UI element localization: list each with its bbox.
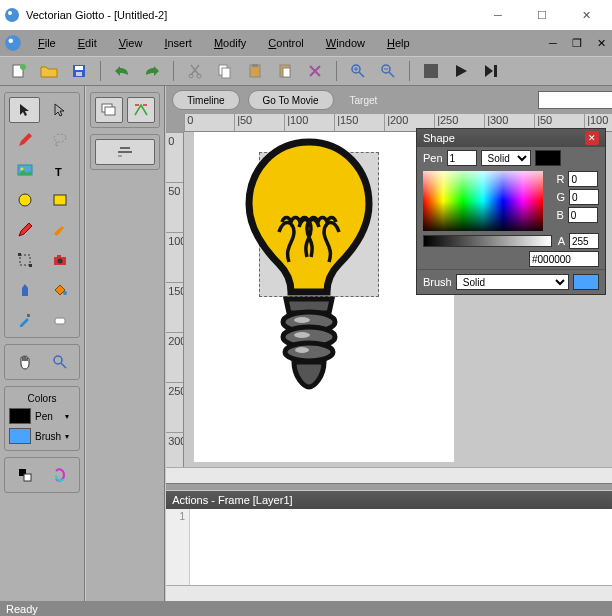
eraser-tool[interactable] [44, 307, 75, 333]
zoom-tool[interactable] [44, 349, 75, 375]
status-text: Ready [6, 603, 38, 615]
svg-point-34 [63, 291, 67, 295]
svg-point-49 [295, 347, 309, 353]
pen-swatch[interactable] [9, 408, 31, 424]
menu-window[interactable]: Window [316, 33, 375, 53]
r-input[interactable] [568, 171, 598, 187]
actions-scroll-h[interactable] [166, 585, 612, 601]
target-select[interactable] [538, 91, 612, 109]
canvas-scroll-h[interactable] [166, 467, 612, 483]
skip-button[interactable] [478, 59, 504, 83]
play-button[interactable] [448, 59, 474, 83]
chevron-down-icon[interactable]: ▾ [65, 412, 75, 421]
timeline-tab[interactable]: Timeline [172, 90, 239, 110]
subselect-tool[interactable] [44, 97, 75, 123]
gotomovie-tab[interactable]: Go To Movie [248, 90, 334, 110]
svg-point-0 [5, 8, 19, 22]
undo-button[interactable] [109, 59, 135, 83]
a-input[interactable] [569, 233, 599, 249]
swap-colors-button[interactable] [9, 462, 40, 488]
menu-insert[interactable]: Insert [154, 33, 202, 53]
minimize-button[interactable]: ─ [476, 0, 520, 30]
paste-special-button[interactable] [272, 59, 298, 83]
splitter-h[interactable] [166, 483, 612, 491]
alpha-gradient[interactable] [423, 235, 552, 247]
menu-view[interactable]: View [109, 33, 153, 53]
eyedropper-tool[interactable] [9, 307, 40, 333]
menu-control[interactable]: Control [258, 33, 313, 53]
cut-button[interactable] [182, 59, 208, 83]
oval-tool[interactable] [9, 187, 40, 213]
transform-tool[interactable] [9, 247, 40, 273]
mdi-restore-button[interactable]: ❐ [568, 34, 586, 52]
g-input[interactable] [569, 189, 599, 205]
pen-width-input[interactable] [447, 150, 477, 166]
open-button[interactable] [36, 59, 62, 83]
toolbox: T Colors Pen ▾ Brush [0, 86, 84, 601]
maximize-button[interactable]: ☐ [520, 0, 564, 30]
shape-panel[interactable]: Shape ✕ Pen Solid R G B A Brush Solid [416, 128, 606, 295]
lasso-tool[interactable] [44, 127, 75, 153]
default-colors-button[interactable] [44, 462, 75, 488]
paste-button[interactable] [242, 59, 268, 83]
menu-file[interactable]: File [28, 33, 66, 53]
hex-input[interactable] [529, 251, 599, 267]
b-input[interactable] [568, 207, 598, 223]
text-tool[interactable]: T [44, 157, 75, 183]
bulb-shape[interactable] [234, 137, 384, 417]
svg-rect-8 [76, 72, 82, 76]
svg-rect-41 [105, 107, 115, 115]
option-layers-button[interactable] [95, 97, 123, 123]
svg-rect-14 [252, 64, 258, 67]
svg-point-25 [19, 194, 31, 206]
svg-point-48 [294, 332, 310, 338]
actions-editor[interactable] [190, 509, 612, 585]
brush-swatch[interactable] [9, 428, 31, 444]
timeline-tabbar: Timeline Go To Movie Target [166, 86, 612, 114]
brush-color-row[interactable]: Brush ▾ [9, 426, 75, 446]
svg-point-2 [5, 35, 21, 51]
option-snap-button[interactable] [127, 97, 155, 123]
pen-color-swatch[interactable] [535, 150, 561, 166]
mdi-close-button[interactable]: ✕ [592, 34, 610, 52]
pencil-tool[interactable] [9, 127, 40, 153]
svg-point-3 [9, 39, 14, 44]
color-spectrum[interactable] [423, 171, 543, 231]
save-button[interactable] [66, 59, 92, 83]
svg-point-46 [285, 343, 333, 361]
menubar: File Edit View Insert Modify Control Win… [0, 30, 612, 56]
brush-color-swatch[interactable] [573, 274, 599, 290]
camera-tool[interactable] [44, 247, 75, 273]
rect-tool[interactable] [44, 187, 75, 213]
ink-tool[interactable] [9, 277, 40, 303]
menu-edit[interactable]: Edit [68, 33, 107, 53]
delete-button[interactable] [302, 59, 328, 83]
pen-style-select[interactable]: Solid [481, 150, 531, 166]
shape-close-button[interactable]: ✕ [585, 131, 599, 145]
pen-color-row[interactable]: Pen ▾ [9, 406, 75, 426]
colors-header: Colors [9, 391, 75, 406]
zoom-out-button[interactable] [375, 59, 401, 83]
bucket-tool[interactable] [44, 277, 75, 303]
mdi-minimize-button[interactable]: ─ [544, 34, 562, 52]
actions-panel: Actions - Frame [Layer1] ✕ 1 [166, 491, 612, 601]
close-button[interactable]: ✕ [564, 0, 608, 30]
chevron-down-icon[interactable]: ▾ [65, 432, 75, 441]
colors-panel: Colors Pen ▾ Brush ▾ [4, 386, 80, 451]
brush-tool[interactable] [44, 217, 75, 243]
copy-button[interactable] [212, 59, 238, 83]
stop-button[interactable] [418, 59, 444, 83]
svg-point-21 [54, 134, 66, 142]
menu-modify[interactable]: Modify [204, 33, 256, 53]
option-align-button[interactable] [95, 139, 155, 165]
pen-tool[interactable] [9, 217, 40, 243]
new-button[interactable] [6, 59, 32, 83]
menu-help[interactable]: Help [377, 33, 420, 53]
svg-rect-16 [283, 68, 290, 77]
zoom-in-button[interactable] [345, 59, 371, 83]
hand-tool[interactable] [9, 349, 40, 375]
image-tool[interactable] [9, 157, 40, 183]
select-tool[interactable] [9, 97, 40, 123]
redo-button[interactable] [139, 59, 165, 83]
brush-style-select[interactable]: Solid [456, 274, 569, 290]
